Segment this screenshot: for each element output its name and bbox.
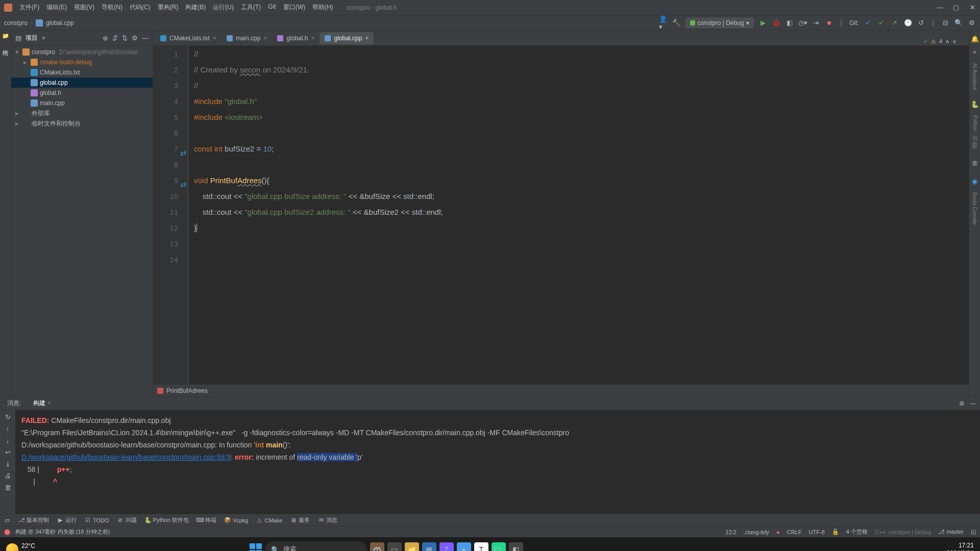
collapse-all-icon[interactable]: ⇅ bbox=[122, 34, 128, 42]
tree-item-cmake-build-debug[interactable]: ▸cmake-build-debug bbox=[11, 57, 153, 67]
tool-Python 软件包[interactable]: 🐍Python 软件包 bbox=[145, 516, 189, 524]
tab-global.cpp[interactable]: global.cpp× bbox=[320, 32, 374, 44]
structure-tab[interactable]: 结构 bbox=[1, 43, 10, 47]
search-everywhere-icon[interactable]: ⊟ bbox=[941, 19, 949, 27]
tool-版本控制[interactable]: ⎇版本控制 bbox=[18, 516, 49, 524]
caret-position[interactable]: 12:2 bbox=[726, 529, 737, 535]
menu-视图(V)[interactable]: 视图(V) bbox=[74, 3, 94, 12]
status-error-icon[interactable]: ⬤ bbox=[4, 529, 10, 535]
project-tree[interactable]: ▾constproD:\workspace\github\boostas▸cma… bbox=[11, 46, 153, 130]
stop-button[interactable]: ■ bbox=[825, 19, 834, 27]
maximize-button[interactable]: ▢ bbox=[952, 4, 960, 11]
database-icon[interactable]: 🗄 bbox=[971, 141, 979, 149]
run-config-selector[interactable]: constpro | Debug ▾ bbox=[685, 18, 753, 28]
breadcrumb-project[interactable]: constpro bbox=[4, 19, 28, 27]
tab-global.h[interactable]: global.h× bbox=[272, 32, 320, 44]
python-pkg-icon[interactable]: 🐍 bbox=[971, 100, 979, 108]
menu-编辑(E)[interactable]: 编辑(E) bbox=[46, 3, 67, 12]
taskbar-app-clion[interactable]: CL bbox=[492, 542, 506, 551]
menu-窗口(W)[interactable]: 窗口(W) bbox=[283, 3, 305, 12]
menu-运行(U)[interactable]: 运行(U) bbox=[213, 3, 234, 12]
inspection-strip[interactable]: ✓ ⚠ 4 ∧∨ bbox=[923, 46, 957, 49]
build-output[interactable]: FAILED: CMakeFiles/constpro.dir/main.cpp… bbox=[15, 410, 980, 514]
taskbar-app-6[interactable]: T bbox=[474, 542, 488, 551]
menu-帮助(H)[interactable]: 帮助(H) bbox=[312, 3, 333, 12]
tree-item-临时文件和控制台[interactable]: ▸临时文件和控制台 bbox=[11, 118, 153, 129]
tool-运行[interactable]: ▶运行 bbox=[57, 516, 77, 524]
tree-item-main.cpp[interactable]: main.cpp bbox=[11, 98, 153, 108]
menu-文件(F)[interactable]: 文件(F) bbox=[19, 3, 39, 12]
settings-icon[interactable]: ⚙ bbox=[968, 19, 976, 27]
tool-window-toggle[interactable]: ▭ bbox=[4, 517, 10, 523]
menu-工具(T)[interactable]: 工具(T) bbox=[241, 3, 261, 12]
start-button[interactable] bbox=[250, 543, 262, 551]
ai-assistant-icon[interactable]: ✦ bbox=[971, 48, 979, 56]
git-rollback-icon[interactable]: ↺ bbox=[917, 19, 925, 27]
scroll-end-icon[interactable]: ⤓ bbox=[5, 460, 11, 468]
breadcrumb-file[interactable]: global.cpp bbox=[46, 19, 74, 27]
context[interactable]: C++: constpro | Debug bbox=[875, 529, 931, 535]
tree-item-global.h[interactable]: global.h bbox=[11, 88, 153, 98]
build-tab[interactable]: 构建 × bbox=[30, 398, 54, 409]
git-commit-icon[interactable]: ✓ bbox=[877, 19, 886, 27]
taskbar-clock[interactable]: 17:21 2024/9/21 bbox=[947, 542, 974, 551]
tab-main.cpp[interactable]: main.cpp× bbox=[222, 32, 273, 44]
menu-构建(B)[interactable]: 构建(B) bbox=[185, 3, 206, 12]
attach-button[interactable]: ⇥ bbox=[812, 19, 820, 27]
menu-重构(R)[interactable]: 重构(R) bbox=[158, 3, 179, 12]
tool-问题[interactable]: ⊘问题 bbox=[117, 516, 137, 524]
tree-item-global.cpp[interactable]: global.cpp bbox=[11, 78, 153, 88]
messages-tab[interactable]: 消息: bbox=[4, 398, 24, 409]
readonly-icon[interactable]: 🔓 bbox=[832, 529, 839, 535]
expand-all-icon[interactable]: ⇵ bbox=[112, 34, 118, 42]
search-icon[interactable]: 🔍 bbox=[954, 19, 963, 27]
clear-icon[interactable]: 🗑 bbox=[5, 484, 11, 491]
menu-Git[interactable]: Git bbox=[268, 3, 276, 12]
build-settings-icon[interactable]: ⚙ bbox=[959, 400, 965, 407]
git-history-icon[interactable]: 🕐 bbox=[904, 19, 912, 27]
indent[interactable]: 4 个空格 bbox=[846, 528, 868, 536]
git-update-icon[interactable]: ✓ bbox=[864, 19, 872, 27]
taskbar-app-5[interactable]: ▲ bbox=[457, 542, 471, 551]
inspector-label[interactable]: .clang-tidy bbox=[744, 529, 769, 535]
menu-导航(N)[interactable]: 导航(N) bbox=[102, 3, 122, 12]
current-function[interactable]: PrintBufAdrees bbox=[166, 387, 208, 394]
debug-button[interactable]: 🐞 bbox=[772, 19, 780, 27]
show-options-icon[interactable]: ⚙ bbox=[132, 34, 138, 42]
line-gutter[interactable]: 1234567⇄89⇄1011121314 bbox=[153, 46, 188, 384]
soft-wrap-icon[interactable]: ↩ bbox=[5, 448, 11, 456]
hide-panel-icon[interactable]: — bbox=[142, 34, 149, 42]
close-button[interactable]: ✕ bbox=[969, 4, 976, 11]
menu-代码(C)[interactable]: 代码(C) bbox=[130, 3, 151, 12]
user-icon[interactable]: 👤▾ bbox=[659, 19, 667, 27]
rerun-icon[interactable]: ↻ bbox=[5, 413, 11, 421]
tool-服务[interactable]: ⊞服务 bbox=[290, 516, 310, 524]
up-icon[interactable]: ↑ bbox=[6, 425, 10, 433]
weather-widget[interactable]: 22°C 晴朗 bbox=[6, 542, 35, 552]
tree-item-constpro[interactable]: ▾constproD:\workspace\github\boostas bbox=[11, 47, 153, 57]
select-opened-icon[interactable]: ⊕ bbox=[103, 34, 108, 42]
taskbar-app-2[interactable]: ▭ bbox=[387, 542, 402, 551]
tool-TODO[interactable]: ☑TODO bbox=[85, 517, 109, 523]
status-warn-icon[interactable]: ● bbox=[776, 529, 780, 535]
editor-content[interactable]: 1234567⇄89⇄1011121314 //// Created by se… bbox=[153, 46, 969, 384]
taskbar-app-3[interactable]: ▦ bbox=[422, 542, 436, 551]
build-hide-icon[interactable]: — bbox=[970, 400, 976, 407]
taskbar-app-7[interactable]: ◧ bbox=[509, 542, 523, 551]
tree-item-外部库[interactable]: ▸外部库 bbox=[11, 108, 153, 118]
build-hammer-icon[interactable]: 🔨 bbox=[672, 19, 680, 27]
baidu-comate-icon[interactable]: ◉ bbox=[971, 177, 979, 185]
tool-终端[interactable]: ⌨终端 bbox=[197, 516, 216, 524]
notifications-icon[interactable]: 🔔 bbox=[971, 35, 979, 43]
git-branch[interactable]: ⎇ master bbox=[938, 529, 964, 535]
profile-button[interactable]: ◷▾ bbox=[799, 19, 807, 27]
down-icon[interactable]: ↓ bbox=[6, 437, 10, 444]
coverage-button[interactable]: ◧ bbox=[786, 19, 794, 27]
print-icon[interactable]: 🖨 bbox=[5, 472, 11, 480]
tab-CMakeLists.txt[interactable]: CMakeLists.txt× bbox=[155, 32, 222, 44]
run-button[interactable]: ▶ bbox=[759, 19, 767, 27]
tool-Vcpkg[interactable]: 📦Vcpkg bbox=[225, 517, 249, 523]
taskbar-app-1[interactable]: 🦝 bbox=[370, 542, 384, 551]
line-ending[interactable]: CRLF bbox=[787, 529, 802, 535]
taskbar-app-explorer[interactable]: 📁 bbox=[405, 542, 419, 551]
